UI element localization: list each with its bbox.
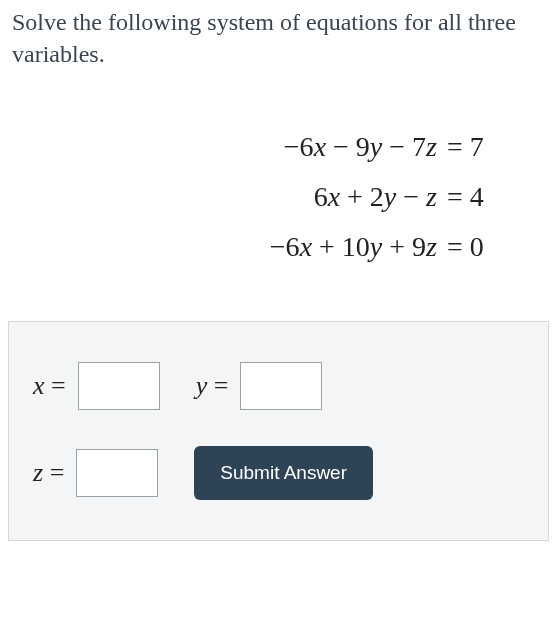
x-label: x = (33, 371, 66, 401)
submit-button[interactable]: Submit Answer (194, 446, 373, 500)
y-input[interactable] (240, 362, 322, 410)
y-field: y = (196, 362, 323, 410)
equation-3: −6x+10y+9z = 0 (60, 231, 497, 263)
question-prompt: Solve the following system of equations … (0, 0, 557, 85)
equation-system: −6x−9y−7z = 7 6x+2y−z = 4 −6x+10y+9z = 0 (0, 85, 557, 311)
z-field: z = (33, 449, 158, 497)
z-input[interactable] (76, 449, 158, 497)
equation-1: −6x−9y−7z = 7 (60, 131, 497, 163)
x-input[interactable] (78, 362, 160, 410)
y-label: y = (196, 371, 229, 401)
z-label: z = (33, 458, 64, 488)
equation-2: 6x+2y−z = 4 (60, 181, 497, 213)
answer-panel: x = y = z = Submit Answer (8, 321, 549, 541)
x-field: x = (33, 362, 160, 410)
